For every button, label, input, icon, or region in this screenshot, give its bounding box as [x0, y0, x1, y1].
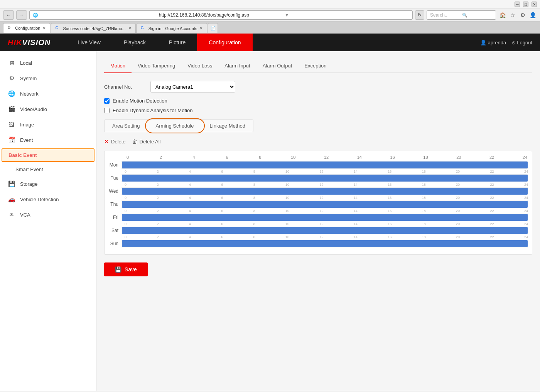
channel-row: Channel No. Analog Camera1 Analog Camera… — [104, 81, 532, 93]
tab-close-2[interactable]: ✕ — [199, 26, 203, 31]
schedule-row-thu: Thu — [108, 200, 528, 208]
username: aprenda — [488, 40, 506, 45]
nav-playback[interactable]: Playback — [112, 34, 157, 51]
tab-exception[interactable]: Exception — [298, 59, 332, 73]
ticks-row-1: 0 2 4 6 8 10 12 14 16 18 20 22 24 — [108, 170, 528, 173]
refresh-button[interactable]: ↻ — [415, 10, 424, 20]
day-label-thu: Thu — [108, 202, 122, 207]
tab-alarm-input[interactable]: Alarm Input — [218, 59, 256, 73]
sidebar-item-storage[interactable]: 💾 Storage — [0, 176, 96, 192]
browser-titlebar: ─ □ ✕ — [0, 0, 540, 9]
ticks-row-6: 024681012141618202224 — [108, 235, 528, 239]
time-8: 8 — [257, 155, 263, 160]
forward-button[interactable]: → — [16, 10, 27, 20]
tab-close-0[interactable]: ✕ — [42, 26, 46, 31]
sidebar-item-event[interactable]: 📅 Event — [0, 132, 96, 148]
sidebar-item-local[interactable]: 🖥 Local — [0, 55, 96, 71]
nav-picture[interactable]: Picture — [157, 34, 197, 51]
schedule-bar-wed[interactable] — [122, 187, 528, 195]
sub-tab-area-setting[interactable]: Area Setting — [105, 120, 148, 132]
home-icon[interactable]: 🏠 — [498, 11, 507, 19]
back-button[interactable]: ← — [3, 10, 14, 20]
nav-configuration[interactable]: Configuration — [197, 34, 252, 51]
schedule-bar-fri[interactable] — [122, 214, 528, 221]
sub-tab-linkage-method[interactable]: Linkage Method — [202, 120, 253, 132]
tab-google[interactable]: G Sign in - Google Accounts ✕ — [137, 23, 208, 33]
star-icon[interactable]: ☆ — [508, 11, 517, 19]
schedule-bar-thu[interactable] — [122, 200, 528, 208]
tab-success[interactable]: G Success code=4/5gC_7RNkmo... ✕ — [51, 23, 135, 33]
schedule-row-sun: Sun — [108, 240, 528, 247]
channel-select[interactable]: Analog Camera1 Analog Camera2 — [150, 81, 235, 93]
sidebar-item-image[interactable]: 🖼 Image — [0, 117, 96, 132]
tab-favicon-3: 📄 — [211, 26, 216, 31]
time-12: 12 — [323, 155, 329, 160]
save-label: Save — [125, 266, 137, 273]
user-icon: 👤 — [480, 40, 486, 45]
day-label-tue: Tue — [108, 175, 122, 181]
delete-button[interactable]: ✕ Delete — [104, 138, 126, 145]
user-icon[interactable]: 👤 — [528, 11, 537, 19]
search-bar[interactable]: Search... 🔍 — [427, 10, 496, 20]
sidebar-item-basic-event[interactable]: Basic Event — [2, 148, 94, 162]
schedule-row-mon: Mon — [108, 161, 528, 169]
user-area: 👤 aprenda ⎋ Logout — [480, 40, 532, 45]
schedule-bar-sun[interactable] — [122, 240, 528, 247]
ruler-spacer — [108, 155, 125, 160]
enable-dynamic-row: Enable Dynamic Analysis for Motion — [104, 108, 532, 113]
schedule-bar-mon[interactable] — [122, 161, 528, 169]
main-tabs: Motion Video Tampering Video Loss Alarm … — [104, 59, 532, 73]
tab-video-loss[interactable]: Video Loss — [181, 59, 218, 73]
maximize-button[interactable]: □ — [523, 2, 528, 7]
sidebar-label-smart-event: Smart Event — [15, 167, 43, 172]
ticks-row-5: 024681012141618202224 — [108, 222, 528, 226]
tab-configuration[interactable]: ⚙ Configuration ✕ — [3, 23, 50, 33]
enable-dynamic-checkbox[interactable] — [104, 108, 110, 113]
sidebar-item-network[interactable]: 🌐 Network — [0, 86, 96, 101]
save-button[interactable]: 💾 Save — [104, 262, 148, 276]
schedule-row-tue: Tue — [108, 174, 528, 182]
tab-motion[interactable]: Motion — [104, 59, 132, 73]
sidebar-item-system[interactable]: ⚙ System — [0, 71, 96, 86]
image-icon: 🖼 — [8, 121, 15, 128]
browser-tabs: ⚙ Configuration ✕ G Success code=4/5gC_7… — [0, 22, 540, 33]
sidebar-item-video-audio[interactable]: 🎬 Video/Audio — [0, 101, 96, 117]
tab-favicon-2: G — [141, 26, 146, 31]
schedule-bar-fill-thu — [122, 201, 528, 208]
enable-motion-row: Enable Motion Detection — [104, 98, 532, 104]
enable-motion-checkbox[interactable] — [104, 98, 110, 104]
minimize-button[interactable]: ─ — [515, 2, 520, 7]
tab-extra[interactable]: 📄 — [208, 23, 218, 33]
delete-all-button[interactable]: 🗑 Delete All — [132, 138, 161, 145]
schedule-bar-tue[interactable] — [122, 174, 528, 182]
tab-close-1[interactable]: ✕ — [128, 26, 132, 31]
network-icon: 🌐 — [8, 90, 15, 98]
schedule-row-wed: Wed — [108, 187, 528, 195]
content-area: Motion Video Tampering Video Loss Alarm … — [96, 51, 540, 391]
address-bar[interactable]: 🌐 http://192.168.2.140:88/doc/page/confi… — [29, 10, 413, 20]
schedule-bar-fill-wed — [122, 188, 528, 195]
sidebar-item-vehicle-detection[interactable]: 🚗 Vehicle Detection — [0, 192, 96, 207]
close-button[interactable]: ✕ — [532, 2, 537, 7]
schedule-bar-fill-tue — [122, 175, 528, 182]
sub-tab-arming-schedule[interactable]: Arming Schedule — [148, 120, 202, 132]
time-22: 22 — [489, 155, 495, 160]
tab-alarm-output[interactable]: Alarm Output — [256, 59, 299, 73]
nav-live-view[interactable]: Live View — [66, 34, 112, 51]
settings-icon[interactable]: ⚙ — [518, 11, 527, 19]
delete-x-icon: ✕ — [104, 138, 109, 145]
sidebar-item-smart-event[interactable]: Smart Event — [0, 163, 96, 176]
tab-label-0: Configuration — [15, 26, 40, 30]
schedule-bar-sat[interactable] — [122, 227, 528, 234]
time-2: 2 — [158, 155, 164, 160]
schedule-bar-fill-fri — [122, 214, 528, 221]
user-link[interactable]: 👤 aprenda — [480, 40, 506, 45]
url-text: http://192.168.2.140:88/doc/page/config.… — [159, 12, 284, 18]
sidebar-label-image: Image — [20, 122, 34, 128]
logout-link[interactable]: ⎋ Logout — [512, 40, 532, 45]
tab-video-tampering[interactable]: Video Tampering — [132, 59, 181, 73]
sidebar-item-vca[interactable]: 👁 VCA — [0, 207, 96, 222]
vehicle-icon: 🚗 — [8, 195, 15, 203]
local-icon: 🖥 — [8, 59, 15, 67]
main-layout: 🖥 Local ⚙ System 🌐 Network 🎬 Video/Audio… — [0, 51, 540, 391]
